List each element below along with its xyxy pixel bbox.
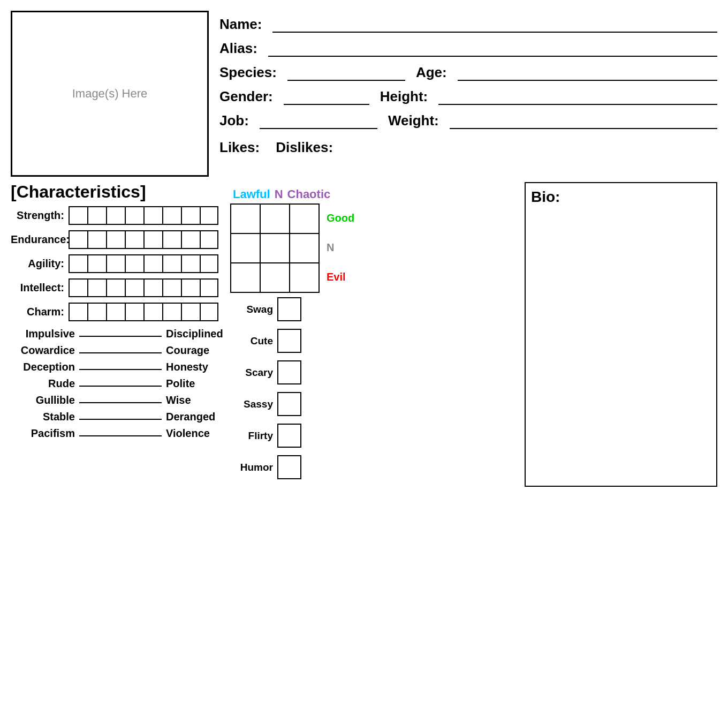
stat-box (143, 206, 162, 225)
stat-box (200, 278, 218, 297)
trait-left-impulsive: Impulsive (11, 328, 75, 340)
intellect-label: Intellect: (11, 282, 64, 294)
personality-sassy: Sassy (236, 392, 310, 416)
stat-box (181, 206, 200, 225)
alignment-good-label: Good (327, 212, 354, 224)
personality-flirty-label: Flirty (236, 430, 273, 442)
alignment-cell-lg (231, 205, 261, 234)
stat-box (162, 254, 181, 273)
alignment-neutral-label: N (327, 242, 354, 254)
trait-right-wise: Wise (166, 394, 225, 406)
stat-box (69, 206, 87, 225)
alignment-cell-ln (231, 234, 261, 263)
alias-line (268, 51, 717, 57)
stat-box (87, 206, 106, 225)
personality-swag: Swag (236, 297, 310, 321)
trait-right-honesty: Honesty (166, 361, 225, 373)
age-label: Age: (416, 64, 447, 81)
strength-label: Strength: (11, 209, 64, 222)
gender-line (284, 100, 369, 105)
stat-box (106, 303, 125, 321)
stat-box (162, 206, 181, 225)
stat-box (200, 206, 218, 225)
personality-cute: Cute (236, 329, 310, 353)
stat-box (87, 303, 106, 321)
dislikes-label: Dislikes: (276, 139, 333, 156)
name-line (272, 27, 717, 33)
height-line (438, 100, 717, 105)
trait-right-violence: Violence (166, 427, 225, 440)
trait-right-disciplined: Disciplined (166, 328, 225, 340)
likes-label: Likes: (219, 139, 260, 156)
stat-box (143, 254, 162, 273)
likes-dislikes-row: Likes: Dislikes: (219, 139, 717, 156)
agility-label: Agility: (11, 258, 64, 270)
personality-humor-label: Humor (236, 462, 273, 473)
trait-line (79, 348, 162, 353)
species-label: Species: (219, 64, 277, 81)
stat-box (106, 206, 125, 225)
characteristics-section: [Characteristics] Strength: Endurance: (11, 182, 225, 487)
trait-right-polite: Polite (166, 378, 225, 390)
stat-box (87, 278, 106, 297)
personality-swag-box (277, 297, 301, 321)
stat-box (162, 230, 181, 249)
alignment-cell-ng (261, 205, 290, 234)
stat-box (69, 278, 87, 297)
stat-box (106, 278, 125, 297)
alignment-evil-label: Evil (327, 271, 354, 283)
trait-line (79, 414, 162, 420)
alignment-labels: Good N Evil (324, 203, 354, 292)
middle-section: Lawful N Chaotic Good (225, 182, 519, 487)
trait-left-stable: Stable (11, 411, 75, 423)
trait-line (79, 331, 162, 337)
trait-line (79, 365, 162, 370)
trait-left-gullible: Gullible (11, 394, 75, 406)
strength-boxes (69, 206, 218, 225)
charm-boxes (69, 303, 218, 321)
personality-humor: Humor (236, 455, 310, 479)
stat-box (200, 303, 218, 321)
job-line (260, 124, 377, 129)
intellect-row: Intellect: (11, 278, 225, 297)
stat-box (69, 230, 87, 249)
personality-sassy-box (277, 392, 301, 416)
alignment-grid-container: Good N Evil (230, 203, 514, 293)
species-line (287, 76, 405, 81)
charm-label: Charm: (11, 306, 64, 318)
trait-impulsive: Impulsive Disciplined (11, 328, 225, 340)
alignment-cell-ce (290, 263, 320, 293)
alignment-cell-cn (290, 234, 320, 263)
trait-right-courage: Courage (166, 344, 225, 357)
alignment-n-mid-label: N (275, 187, 283, 201)
agility-boxes (69, 254, 218, 273)
weight-label: Weight: (388, 112, 439, 129)
personality-sassy-label: Sassy (236, 398, 273, 410)
personality-cute-label: Cute (236, 335, 273, 347)
stat-box (143, 303, 162, 321)
bio-section: Bio: (525, 182, 717, 487)
stat-box (69, 303, 87, 321)
agility-row: Agility: (11, 254, 225, 273)
stat-box (125, 303, 143, 321)
trait-pacifism: Pacifism Violence (11, 427, 225, 440)
trait-deception: Deception Honesty (11, 361, 225, 373)
stat-box (181, 278, 200, 297)
gender-label: Gender: (219, 88, 273, 105)
bottom-section: [Characteristics] Strength: Endurance: (11, 182, 717, 487)
trait-section: Impulsive Disciplined Cowardice Courage … (11, 328, 225, 440)
endurance-label: Endurance: (11, 233, 64, 246)
intellect-boxes (69, 278, 218, 297)
strength-row: Strength: (11, 206, 225, 225)
alignment-cell-n (261, 234, 290, 263)
job-weight-row: Job: Weight: (219, 112, 717, 129)
stat-box (143, 278, 162, 297)
personality-humor-box (277, 455, 301, 479)
stat-box (162, 303, 181, 321)
endurance-row: Endurance: (11, 230, 225, 249)
age-line (458, 76, 717, 81)
trait-stable: Stable Deranged (11, 411, 225, 423)
image-placeholder: Image(s) Here (11, 11, 209, 177)
alias-row: Alias: (219, 40, 717, 57)
stat-box (69, 254, 87, 273)
